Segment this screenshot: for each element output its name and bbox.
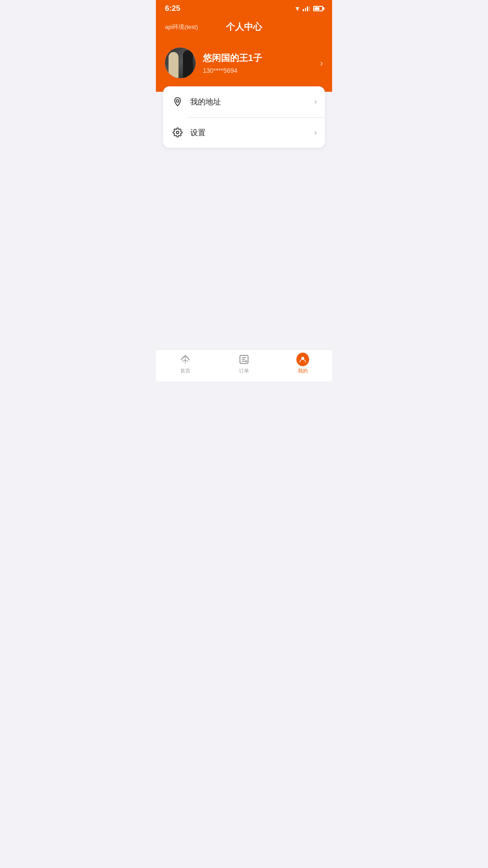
wifi-icon: ▼	[294, 5, 300, 12]
avatar-image	[165, 47, 196, 78]
profile-circle-icon	[296, 353, 309, 366]
menu-item-address[interactable]: 我的地址 ›	[163, 86, 325, 117]
tab-home[interactable]: 首页	[156, 353, 215, 374]
content-area	[156, 148, 332, 349]
location-icon	[171, 95, 184, 108]
mine-tab-icon	[296, 353, 309, 366]
header: api环境(test) 个人中心	[156, 16, 332, 40]
signal-icon	[303, 6, 310, 11]
menu-item-settings[interactable]: 设置 ›	[163, 117, 325, 148]
user-phone: 130****5694	[203, 67, 320, 74]
battery-icon	[313, 6, 323, 11]
mine-tab-label: 我的	[298, 368, 308, 374]
status-bar: 6:25 ▼	[156, 0, 332, 16]
user-name: 悠闲国的王1子	[203, 52, 320, 64]
menu-card: 我的地址 › 设置 ›	[163, 86, 325, 148]
tab-mine[interactable]: 我的	[273, 353, 332, 374]
tab-orders[interactable]: 订单	[215, 353, 273, 374]
order-icon	[238, 353, 250, 366]
svg-point-0	[176, 99, 179, 102]
settings-chevron-icon: ›	[314, 128, 317, 137]
user-chevron-icon: ›	[320, 58, 323, 68]
user-profile-section[interactable]: 悠闲国的王1子 130****5694 ›	[156, 40, 332, 92]
svg-point-1	[176, 131, 179, 134]
home-icon	[179, 353, 192, 366]
orders-tab-label: 订单	[239, 368, 249, 374]
tab-bar: 首页 订单 我的	[156, 349, 332, 382]
avatar	[165, 47, 196, 78]
user-info: 悠闲国的王1子 130****5694	[203, 52, 320, 74]
address-chevron-icon: ›	[314, 98, 317, 106]
settings-label: 设置	[190, 127, 314, 138]
settings-icon	[171, 126, 184, 139]
status-time: 6:25	[165, 4, 180, 13]
api-env-label: api环境(test)	[165, 23, 198, 31]
svg-point-3	[245, 360, 247, 362]
home-tab-label: 首页	[180, 368, 190, 374]
status-icons: ▼	[294, 5, 323, 12]
address-label: 我的地址	[190, 97, 314, 107]
